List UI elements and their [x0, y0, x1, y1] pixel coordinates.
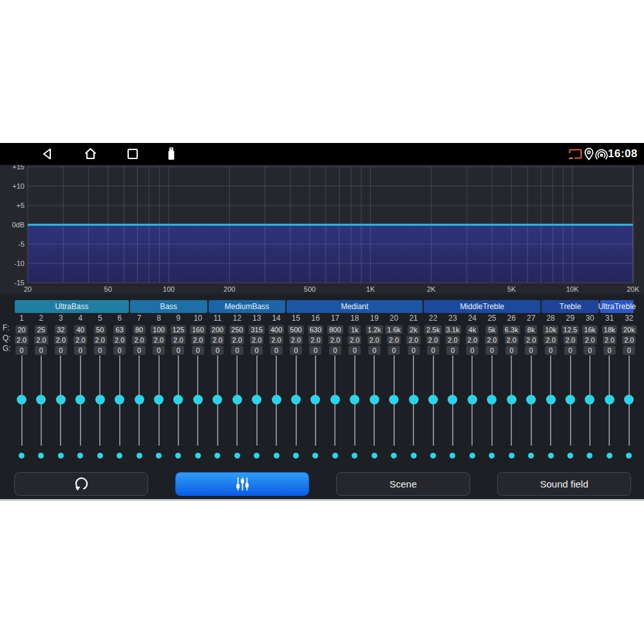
band-slider-knob[interactable]	[428, 395, 438, 404]
band-indicator-dot	[450, 453, 455, 459]
band-slider-knob[interactable]	[565, 395, 575, 404]
hotspot-icon	[595, 148, 608, 163]
band-indicator-dot	[58, 453, 64, 459]
band-indicator-dot	[489, 453, 495, 459]
band-indicator-dot	[156, 453, 162, 459]
band-slider-knob[interactable]	[468, 395, 477, 404]
screen-bottom-edge	[0, 499, 644, 501]
band-indicator-dot	[332, 453, 338, 459]
svg-text:5K: 5K	[507, 285, 516, 293]
band-group-mediumbass: MediumBass	[209, 300, 286, 313]
band-slider-knob[interactable]	[272, 395, 281, 404]
band-slider-knob[interactable]	[487, 395, 497, 404]
band-slider-knob[interactable]	[154, 395, 164, 404]
band-gain-value: 0	[11, 344, 33, 355]
band-slider-knob[interactable]	[95, 395, 105, 404]
svg-text:+10: +10	[12, 182, 24, 190]
svg-text:100: 100	[163, 285, 175, 293]
band-number: 22	[424, 314, 443, 323]
band-gain-value: 0	[422, 344, 444, 355]
band-slider-knob[interactable]	[232, 395, 242, 404]
band-gain-value: 0	[363, 344, 385, 355]
svg-text:10K: 10K	[566, 285, 579, 293]
band-slider-knob[interactable]	[173, 395, 183, 404]
recents-button[interactable]	[127, 148, 138, 162]
svg-text:-5: -5	[18, 240, 24, 248]
band-number: 14	[267, 314, 286, 323]
faders-icon	[234, 476, 251, 492]
band-slider-knob[interactable]	[75, 395, 85, 404]
band-gain-value: 0	[89, 344, 111, 355]
home-button[interactable]	[84, 147, 97, 163]
band-gain-value: 0	[324, 344, 346, 355]
band-slider-knob[interactable]	[213, 395, 222, 404]
band-indicator-dot	[312, 453, 318, 459]
band-slider-knob[interactable]	[448, 395, 457, 404]
band-gain-value: 0	[148, 344, 170, 355]
band-slider-knob[interactable]	[389, 395, 399, 404]
band-number: 28	[541, 314, 560, 323]
band-number: 23	[443, 314, 462, 323]
band-slider-knob[interactable]	[56, 395, 66, 404]
band-group-ultratreble: UltraTreble	[600, 300, 634, 313]
band-slider-knob[interactable]	[115, 395, 124, 404]
band-number: 32	[620, 314, 639, 323]
band-slider-knob[interactable]	[546, 395, 556, 404]
band-gain-value: 0	[265, 344, 287, 355]
band-indicator-dot	[175, 453, 181, 459]
band-slider-knob[interactable]	[36, 395, 46, 404]
band-slider-knob[interactable]	[291, 395, 301, 404]
band-slider-knob[interactable]	[350, 395, 359, 404]
band-slider-knob[interactable]	[409, 395, 419, 404]
band-number: 25	[482, 314, 502, 323]
svg-text:50: 50	[104, 285, 112, 293]
cast-icon	[568, 149, 582, 162]
reset-icon	[73, 475, 90, 493]
band-slider-knob[interactable]	[135, 395, 144, 404]
band-number: 9	[169, 314, 188, 323]
band-gain-value: 0	[285, 344, 307, 355]
band-slider-knob[interactable]	[526, 395, 536, 404]
band-gain-value: 0	[70, 344, 91, 355]
band-slider-knob[interactable]	[507, 395, 516, 404]
band-number: 6	[110, 314, 129, 323]
band-slider-knob[interactable]	[193, 395, 203, 404]
band-slider-knob[interactable]	[624, 395, 634, 404]
band-slider-knob[interactable]	[17, 395, 26, 404]
band-number: 27	[522, 314, 541, 323]
band-indicator-dot	[372, 453, 377, 459]
back-icon	[44, 149, 50, 159]
band-number: 19	[365, 314, 384, 323]
svg-text:+15: +15	[12, 165, 24, 171]
head-unit-screen: 16:08 +15+10+50dB-5-10-1520501002005001K…	[0, 143, 644, 501]
band-group-bass: Bass	[130, 300, 207, 313]
band-gain-value: 0	[344, 344, 366, 355]
svg-text:0dB: 0dB	[12, 221, 24, 229]
sound-field-button[interactable]: Sound field	[497, 472, 631, 496]
band-number: 24	[462, 314, 482, 323]
band-slider-knob[interactable]	[585, 395, 594, 404]
band-indicator-dot	[391, 453, 397, 459]
reset-button[interactable]	[14, 472, 148, 496]
band-number: 13	[247, 314, 267, 323]
band-slider-knob[interactable]	[310, 395, 320, 404]
band-indicator-dot	[254, 453, 260, 459]
back-button[interactable]	[41, 147, 54, 163]
svg-text:20K: 20K	[627, 285, 639, 293]
band-number: 2	[32, 314, 51, 323]
band-slider-knob[interactable]	[252, 395, 261, 404]
band-indicator-dot	[214, 453, 220, 459]
band-number: 15	[287, 314, 306, 323]
band-indicator-dot	[77, 453, 83, 459]
band-number: 16	[306, 314, 325, 323]
svg-text:1K: 1K	[366, 285, 375, 293]
svg-text:+5: +5	[16, 202, 24, 209]
scene-button[interactable]: Scene	[336, 472, 470, 496]
band-slider-knob[interactable]	[370, 395, 379, 404]
equalizer-button[interactable]	[175, 472, 309, 496]
band-indicator-dot	[587, 453, 592, 459]
sound-field-button-label: Sound field	[540, 478, 588, 489]
band-slider-knob[interactable]	[605, 395, 614, 404]
band-slider-knob[interactable]	[330, 395, 340, 404]
band-indicator-dot	[293, 453, 299, 459]
